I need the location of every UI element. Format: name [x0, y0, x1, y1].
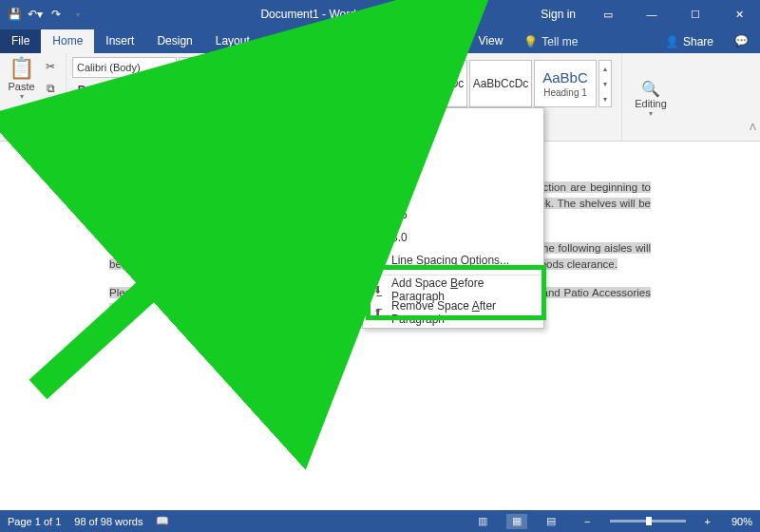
- zoom-slider[interactable]: [610, 520, 686, 522]
- group-editing: 🔍 Editing ▾: [622, 53, 679, 141]
- numbering-icon[interactable]: ☷: [288, 57, 312, 78]
- sort-icon[interactable]: A↓: [314, 103, 340, 124]
- space-before-icon: ⬇̲: [369, 284, 386, 296]
- save-icon[interactable]: 💾: [6, 6, 23, 23]
- spacing-3-0[interactable]: 3.0: [363, 226, 543, 249]
- shrink-font-icon[interactable]: A▾: [197, 103, 216, 124]
- close-button[interactable]: ✕: [718, 0, 760, 28]
- font-name-combo[interactable]: Calibri (Body)▾: [72, 57, 177, 78]
- minimize-button[interactable]: —: [631, 0, 673, 28]
- cut-icon[interactable]: ✂: [41, 56, 60, 77]
- share-button[interactable]: 👤 Share: [656, 30, 723, 53]
- justify-icon[interactable]: ▤: [325, 80, 344, 101]
- show-marks-icon[interactable]: ¶: [342, 103, 361, 124]
- superscript-button[interactable]: x²: [186, 80, 205, 101]
- tab-design[interactable]: Design: [145, 29, 203, 53]
- title-bar: 💾 ↶▾ ↷ Document1 - Word Sign in ▭ — ☐ ✕: [0, 0, 760, 28]
- borders-icon[interactable]: ▦: [288, 103, 312, 124]
- zoom-level[interactable]: 90%: [732, 516, 752, 527]
- shading-icon[interactable]: ▧: [262, 103, 286, 124]
- tab-review[interactable]: Review: [407, 29, 466, 53]
- font-dialog-launcher-icon[interactable]: ◢: [170, 127, 177, 137]
- tell-me[interactable]: 💡 Tell me: [514, 30, 587, 53]
- group-label-paragraph: Paragraph: [297, 126, 346, 138]
- ribbon-display-options-icon[interactable]: ▭: [587, 0, 629, 28]
- style-no-spacing[interactable]: AaBbCcDc: [469, 60, 532, 107]
- style-normal[interactable]: AaBbCcDc: [405, 60, 467, 107]
- align-center-icon[interactable]: ≣: [283, 80, 302, 101]
- status-bar: Page 1 of 1 98 of 98 words 📖 ▥ ▦ ▤ − + 9…: [0, 510, 760, 532]
- zoom-in-icon[interactable]: +: [705, 516, 711, 527]
- tab-layout[interactable]: Layout: [204, 29, 261, 53]
- collapse-ribbon-icon[interactable]: ᐱ: [750, 122, 756, 132]
- spacing-2-5[interactable]: 2.5: [363, 203, 543, 226]
- line-spacing-menu: 1.0 1.15 1.5 2.0 2.5 3.0 Line Spacing Op…: [362, 107, 544, 329]
- spacing-2-0[interactable]: 2.0: [363, 180, 543, 203]
- strikethrough-button[interactable]: abc: [138, 80, 163, 101]
- grow-font-icon[interactable]: A▴: [176, 103, 195, 124]
- italic-button[interactable]: I: [93, 80, 112, 101]
- style-heading-1[interactable]: AaBbCHeading 1: [534, 60, 597, 107]
- window-title: Document1 - Word: [86, 8, 531, 21]
- maximize-button[interactable]: ☐: [674, 0, 716, 28]
- increase-font-icon[interactable]: A▴: [217, 57, 238, 78]
- tab-insert[interactable]: Insert: [94, 29, 145, 53]
- tab-view[interactable]: View: [467, 29, 515, 53]
- group-label-clipboard: Clipboard: [5, 126, 49, 138]
- undo-icon[interactable]: ↶▾: [27, 6, 44, 23]
- decrease-indent-icon[interactable]: ⇤: [340, 57, 359, 78]
- text-effects-icon[interactable]: A: [72, 103, 94, 124]
- clipboard-dialog-launcher-icon[interactable]: ◢: [54, 127, 61, 137]
- bold-button[interactable]: B: [72, 80, 91, 101]
- copy-icon[interactable]: ⧉: [41, 78, 60, 99]
- space-after-icon: ⬆̅: [369, 307, 386, 319]
- font-size-combo[interactable]: 11▾: [179, 57, 215, 78]
- tab-mailings[interactable]: Mailings: [342, 29, 407, 53]
- line-spacing-options[interactable]: Line Spacing Options...: [363, 249, 543, 272]
- paste-icon[interactable]: 📋: [9, 56, 34, 81]
- editing-button[interactable]: Editing: [635, 98, 667, 109]
- tab-home[interactable]: Home: [41, 29, 94, 53]
- group-font: Calibri (Body)▾ 11▾ A▴ B I U abc x₂ x² ◨…: [66, 53, 256, 141]
- format-painter-icon[interactable]: 🖌: [41, 100, 60, 121]
- paste-button[interactable]: Paste: [8, 81, 34, 92]
- styles-scroll[interactable]: ▴▾▾: [598, 60, 612, 107]
- qat-customize-icon[interactable]: [68, 6, 86, 23]
- remove-space-after[interactable]: ⬆̅Remove Space After Paragraph: [363, 301, 543, 324]
- align-right-icon[interactable]: ≡: [304, 80, 323, 101]
- font-color-icon[interactable]: A: [124, 103, 144, 124]
- spacing-1-15[interactable]: 1.15: [363, 135, 543, 158]
- align-left-icon[interactable]: ≡: [262, 80, 281, 101]
- add-space-before[interactable]: ⬇̲Add Space Before Paragraph: [363, 278, 543, 301]
- underline-button[interactable]: U: [114, 80, 136, 101]
- spacing-1-0[interactable]: 1.0: [363, 112, 543, 135]
- view-read-icon[interactable]: ▥: [472, 514, 493, 529]
- bullets-icon[interactable]: ☰: [262, 57, 286, 78]
- status-page[interactable]: Page 1 of 1: [8, 516, 61, 527]
- view-web-icon[interactable]: ▤: [541, 514, 561, 529]
- spacing-1-5[interactable]: 1.5: [363, 158, 543, 180]
- ribbon-tabs: File Home Insert Design Layout Reference…: [0, 28, 760, 53]
- paragraph-dialog-launcher-icon[interactable]: ◢: [351, 127, 357, 137]
- group-clipboard: 📋 Paste ▾ ✂ ⧉ 🖌 Clipboard◢: [0, 53, 66, 141]
- signin-link[interactable]: Sign in: [531, 8, 585, 21]
- group-label-font: Font: [145, 126, 166, 138]
- tab-file[interactable]: File: [0, 29, 41, 53]
- redo-icon[interactable]: ↷: [48, 6, 65, 23]
- find-icon[interactable]: 🔍: [641, 80, 660, 98]
- tab-references[interactable]: References: [261, 29, 342, 53]
- multilevel-list-icon[interactable]: ≔: [314, 57, 338, 78]
- clear-formatting-icon[interactable]: ◨: [207, 80, 231, 101]
- view-print-icon[interactable]: ▦: [506, 514, 527, 529]
- share-icon: 👤: [665, 35, 679, 48]
- zoom-out-icon[interactable]: −: [584, 516, 590, 527]
- change-case-icon[interactable]: Aa▾: [146, 103, 174, 124]
- increase-indent-icon[interactable]: ⇥: [361, 57, 380, 78]
- status-words[interactable]: 98 of 98 words: [74, 516, 142, 527]
- comments-icon[interactable]: 💬: [723, 29, 760, 53]
- lightbulb-icon: 💡: [523, 35, 538, 48]
- highlight-icon[interactable]: ab: [96, 103, 122, 124]
- subscript-button[interactable]: x₂: [165, 80, 184, 101]
- proofing-icon[interactable]: 📖: [156, 515, 169, 527]
- line-spacing-icon[interactable]: [346, 80, 372, 101]
